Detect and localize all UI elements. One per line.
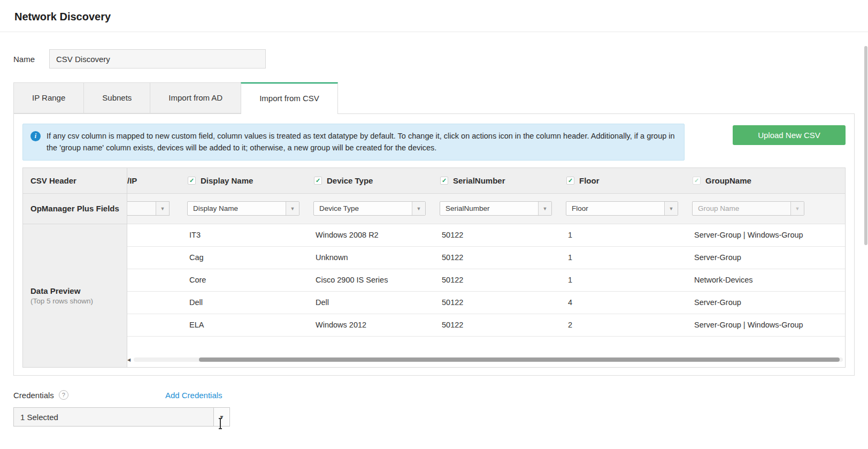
field-cell: ▼ [127, 201, 181, 216]
preview-row: Core Cisco 2900 IS Series 50122 1 Networ… [127, 269, 845, 292]
info-icon: i [30, 131, 41, 141]
horizontal-scrollbar-thumb[interactable] [199, 357, 840, 362]
preview-cell: IT3 [181, 224, 307, 246]
chevron-down-icon[interactable]: ▼ [538, 202, 551, 215]
preview-cell: Cag [181, 247, 307, 269]
chevron-down-icon[interactable]: ▼ [412, 202, 425, 215]
preview-cell: 2 [559, 314, 686, 336]
column-header-label: SerialNumber [453, 176, 505, 185]
csv-mapping-table: CSV Header OpManager Plus Fields Data Pr… [22, 168, 846, 368]
column-header-label: Floor [579, 176, 600, 185]
credentials-row: Credentials ? Add Credentials [13, 390, 868, 400]
column-header-label: Device Type [327, 176, 373, 185]
field-dropdown-label: Device Type [314, 204, 412, 212]
field-dropdown-serialnumber[interactable]: SerialNumber ▼ [440, 201, 552, 216]
column-checkbox[interactable]: ✓ [566, 177, 574, 185]
preview-cell: Server-Group [686, 247, 845, 269]
preview-cell: Windows 2012 [307, 314, 433, 336]
field-cell: SerialNumber ▼ [433, 201, 559, 216]
field-dropdown-device-type[interactable]: Device Type ▼ [313, 201, 426, 216]
upload-new-csv-button[interactable]: Upload New CSV [733, 125, 846, 145]
field-dropdown-label: Floor [566, 204, 664, 212]
column-header-serialnumber: ✓ SerialNumber [433, 176, 559, 185]
info-banner-text: If any csv column is mapped to new custo… [47, 130, 677, 154]
preview-row: ELA Windows 2012 50122 2 Server-Group | … [127, 314, 845, 337]
preview-row: Dell Dell 50122 4 Server-Group [127, 292, 845, 314]
credentials-label: Credentials [13, 391, 54, 400]
scroll-left-icon[interactable]: ◀ [127, 357, 134, 362]
column-checkbox[interactable]: ✓ [314, 177, 322, 185]
field-dropdown-display-name[interactable]: Display Name ▼ [187, 201, 299, 216]
data-preview-note: (Top 5 rows shown) [30, 297, 119, 305]
horizontal-scrollbar: ◀ [127, 357, 843, 362]
chevron-down-icon[interactable]: ▼ [213, 408, 229, 426]
tab-import-from-ad[interactable]: Import from AD [150, 82, 241, 113]
preview-cell: Dell [307, 292, 433, 314]
horizontal-scrollbar-track[interactable] [134, 357, 843, 362]
banner-row: i If any csv column is mapped to new cus… [22, 124, 846, 161]
preview-cell: Network-Devices [686, 269, 845, 291]
name-label: Name [13, 55, 49, 64]
mapping-columns-area: /IP ✓ Display Name ✓ Device Type ✓ Seria… [127, 168, 845, 367]
page-title: Network Discovery [0, 0, 868, 32]
preview-cell: Dell [181, 292, 307, 314]
preview-row: Cag Unknown 50122 1 Server-Group [127, 247, 845, 269]
field-cell: Group Name ▼ [686, 201, 845, 216]
field-dropdown-group-name[interactable]: Group Name ▼ [692, 201, 804, 216]
tab-subnets[interactable]: Subnets [83, 82, 150, 113]
tab-bar: IP Range Subnets Import from AD Import f… [13, 82, 868, 113]
data-preview-title: Data Preview [30, 286, 119, 295]
tab-ip-range[interactable]: IP Range [13, 82, 84, 113]
discovery-name-input[interactable] [49, 49, 266, 69]
column-checkbox[interactable]: ✓ [440, 177, 448, 185]
preview-row: IT3 Windows 2008 R2 50122 1 Server-Group… [127, 224, 845, 247]
data-preview-label: Data Preview (Top 5 rows shown) [23, 224, 127, 367]
column-header-floor: ✓ Floor [559, 176, 686, 185]
tab-import-from-csv[interactable]: Import from CSV [241, 82, 338, 114]
add-credentials-link[interactable]: Add Credentials [165, 391, 222, 400]
preview-cell: 1 [559, 224, 686, 246]
header-divider [0, 32, 868, 32]
text-cursor-pointer [220, 418, 221, 429]
field-dropdown-label: SerialNumber [440, 204, 538, 212]
chevron-down-icon[interactable]: ▼ [156, 202, 169, 215]
field-dropdown-name-ip[interactable]: ▼ [127, 201, 170, 216]
preview-cell: Cisco 2900 IS Series [307, 269, 433, 291]
preview-cell: ELA [181, 314, 307, 336]
mapping-row-labels: CSV Header OpManager Plus Fields Data Pr… [23, 168, 127, 367]
opmanager-fields-label: OpManager Plus Fields [23, 194, 127, 224]
credentials-selected-value: 1 Selected [14, 413, 213, 422]
info-banner: i If any csv column is mapped to new cus… [22, 124, 685, 161]
name-row: Name [13, 49, 868, 69]
preview-cell: 50122 [433, 224, 559, 246]
column-header-label: /IP [127, 176, 137, 185]
chevron-down-icon[interactable]: ▼ [790, 202, 804, 215]
preview-cell: 1 [559, 269, 686, 291]
column-header-label: Display Name [201, 176, 253, 185]
column-checkbox-disabled[interactable]: ✓ [693, 177, 701, 185]
column-checkbox[interactable]: ✓ [188, 177, 196, 185]
csv-header-row: /IP ✓ Display Name ✓ Device Type ✓ Seria… [127, 168, 845, 194]
column-header-display-name: ✓ Display Name [181, 176, 307, 185]
preview-cell: 50122 [433, 247, 559, 269]
import-from-csv-panel: i If any csv column is mapped to new cus… [13, 113, 855, 376]
field-mapping-row: ▼ Display Name ▼ Device Type ▼ [127, 194, 845, 224]
column-header-groupname: ✓ GroupName [686, 176, 845, 185]
field-cell: Floor ▼ [559, 201, 686, 216]
column-header-device-type: ✓ Device Type [307, 176, 433, 185]
column-header-label: GroupName [705, 176, 751, 185]
credentials-select[interactable]: 1 Selected ▼ [13, 407, 230, 427]
preview-cell: Windows 2008 R2 [307, 224, 433, 246]
preview-cell: Unknown [307, 247, 433, 269]
preview-cell: 50122 [433, 292, 559, 314]
vertical-scrollbar-thumb[interactable] [864, 46, 867, 245]
preview-cell: 50122 [433, 314, 559, 336]
preview-cell: Server-Group | Windows-Group [686, 314, 845, 336]
preview-cell: Server-Group [686, 292, 845, 314]
field-dropdown-floor[interactable]: Floor ▼ [566, 201, 678, 216]
csv-header-label: CSV Header [23, 168, 127, 194]
preview-cell: Server-Group | Windows-Group [686, 224, 845, 246]
chevron-down-icon[interactable]: ▼ [664, 202, 678, 215]
chevron-down-icon[interactable]: ▼ [286, 202, 299, 215]
help-icon[interactable]: ? [59, 390, 68, 400]
